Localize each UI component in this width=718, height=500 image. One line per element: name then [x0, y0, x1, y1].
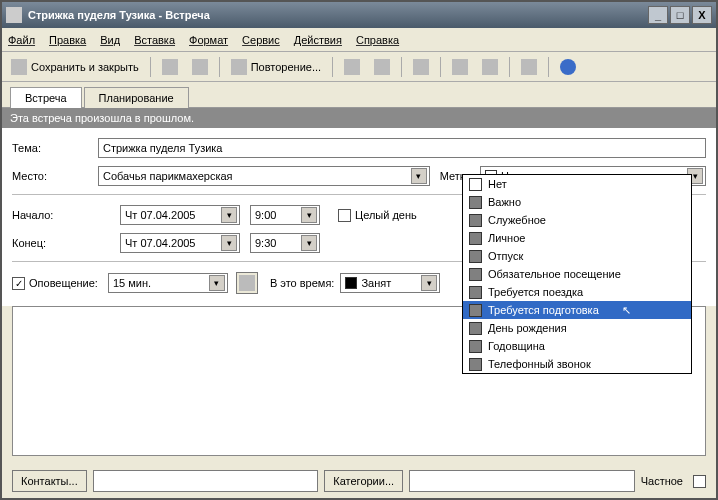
label-option[interactable]: Требуется подготовка↖: [463, 301, 691, 319]
window-title: Стрижка пуделя Тузика - Встреча: [28, 9, 210, 21]
label-option-text: Личное: [488, 232, 525, 244]
start-time-value: 9:00: [255, 209, 297, 221]
save-close-label: Сохранить и закрыть: [31, 61, 139, 73]
label-option[interactable]: Обязательное посещение: [463, 265, 691, 283]
attach-button[interactable]: [187, 56, 213, 78]
location-label: Место:: [12, 170, 98, 182]
reminder-checkbox[interactable]: ✓: [12, 277, 25, 290]
chevron-down-icon: [301, 207, 317, 223]
label-option[interactable]: День рождения: [463, 319, 691, 337]
label-option-text: Годовщина: [488, 340, 545, 352]
save-close-button[interactable]: Сохранить и закрыть: [6, 56, 144, 78]
label-option[interactable]: Годовщина: [463, 337, 691, 355]
next-item-button[interactable]: [477, 56, 503, 78]
label-option[interactable]: Нет: [463, 175, 691, 193]
showtime-value: Занят: [361, 277, 417, 289]
label-option-text: Требуется подготовка: [488, 304, 599, 316]
menu-edit[interactable]: Правка: [49, 34, 86, 46]
label-option-text: Нет: [488, 178, 507, 190]
arrow-down-icon: [374, 59, 390, 75]
label-option-text: День рождения: [488, 322, 567, 334]
label-option-text: Отпуск: [488, 250, 523, 262]
color-swatch: [469, 268, 482, 281]
reminder-combo[interactable]: 15 мин.: [108, 273, 228, 293]
prev-item-button[interactable]: [447, 56, 473, 78]
chevron-down-icon: [301, 235, 317, 251]
tab-scheduling[interactable]: Планирование: [84, 87, 189, 108]
close-button[interactable]: X: [692, 6, 712, 24]
tabstrip: Встреча Планирование: [2, 82, 716, 108]
importance-low-button[interactable]: [369, 56, 395, 78]
paperclip-icon: [192, 59, 208, 75]
contacts-button[interactable]: Контакты...: [12, 470, 87, 492]
private-label: Частное: [641, 475, 683, 487]
menu-insert[interactable]: Вставка: [134, 34, 175, 46]
menubar: Файл Правка Вид Вставка Формат Сервис Де…: [2, 28, 716, 52]
reminder-sound-button[interactable]: [236, 272, 258, 294]
print-button[interactable]: [157, 56, 183, 78]
menu-actions[interactable]: Действия: [294, 34, 342, 46]
label-option[interactable]: Личное: [463, 229, 691, 247]
recurrence-icon: [231, 59, 247, 75]
allday-checkbox[interactable]: [338, 209, 351, 222]
label-option-text: Важно: [488, 196, 521, 208]
recurrence-label: Повторение...: [251, 61, 321, 73]
reminder-label: Оповещение:: [29, 277, 98, 289]
x-icon: [413, 59, 429, 75]
color-swatch: [469, 304, 482, 317]
tab-meeting[interactable]: Встреча: [10, 87, 82, 108]
label-option[interactable]: Важно: [463, 193, 691, 211]
chevron-down-icon: [209, 275, 225, 291]
minimize-button[interactable]: _: [648, 6, 668, 24]
chevron-down-icon: [221, 207, 237, 223]
color-swatch: [469, 232, 482, 245]
categories-input[interactable]: [409, 470, 635, 492]
subject-input[interactable]: [98, 138, 706, 158]
address-book-button[interactable]: [516, 56, 542, 78]
menu-help[interactable]: Справка: [356, 34, 399, 46]
label-option-text: Требуется поездка: [488, 286, 583, 298]
start-time-combo[interactable]: 9:00: [250, 205, 320, 225]
showtime-swatch: [345, 277, 357, 289]
menu-view[interactable]: Вид: [100, 34, 120, 46]
up-icon: [452, 59, 468, 75]
recurrence-button[interactable]: Повторение...: [226, 56, 326, 78]
contacts-input[interactable]: [93, 470, 319, 492]
chevron-down-icon: [411, 168, 427, 184]
start-label: Начало:: [12, 209, 120, 221]
chevron-down-icon: [421, 275, 437, 291]
label-option[interactable]: Служебное: [463, 211, 691, 229]
delete-button[interactable]: [408, 56, 434, 78]
importance-high-button[interactable]: [339, 56, 365, 78]
label-option[interactable]: Отпуск: [463, 247, 691, 265]
menu-service[interactable]: Сервис: [242, 34, 280, 46]
end-date-combo[interactable]: Чт 07.04.2005: [120, 233, 240, 253]
exclamation-icon: [344, 59, 360, 75]
showtime-combo[interactable]: Занят: [340, 273, 440, 293]
color-swatch: [469, 196, 482, 209]
location-value: Собачья парикмахерская: [103, 170, 407, 182]
private-checkbox[interactable]: [693, 475, 706, 488]
categories-button[interactable]: Категории...: [324, 470, 403, 492]
color-swatch: [469, 340, 482, 353]
start-date-combo[interactable]: Чт 07.04.2005: [120, 205, 240, 225]
location-combo[interactable]: Собачья парикмахерская: [98, 166, 430, 186]
menu-file[interactable]: Файл: [8, 34, 35, 46]
color-swatch: [469, 250, 482, 263]
maximize-button[interactable]: □: [670, 6, 690, 24]
label-option[interactable]: Телефонный звонок: [463, 355, 691, 373]
chevron-down-icon: [221, 235, 237, 251]
color-swatch: [469, 358, 482, 371]
form-area: Тема: Место: Собачья парикмахерская Метк…: [2, 128, 716, 306]
label-dropdown[interactable]: НетВажноСлужебноеЛичноеОтпускОбязательно…: [462, 174, 692, 374]
end-time-combo[interactable]: 9:30: [250, 233, 320, 253]
label-option[interactable]: Требуется поездка: [463, 283, 691, 301]
speaker-icon: [239, 275, 255, 291]
label-option-text: Служебное: [488, 214, 546, 226]
save-icon: [11, 59, 27, 75]
warning-bar: Эта встреча произошла в прошлом.: [2, 108, 716, 128]
help-button[interactable]: [555, 56, 581, 78]
subject-label: Тема:: [12, 142, 98, 154]
menu-format[interactable]: Формат: [189, 34, 228, 46]
app-icon: [6, 7, 22, 23]
